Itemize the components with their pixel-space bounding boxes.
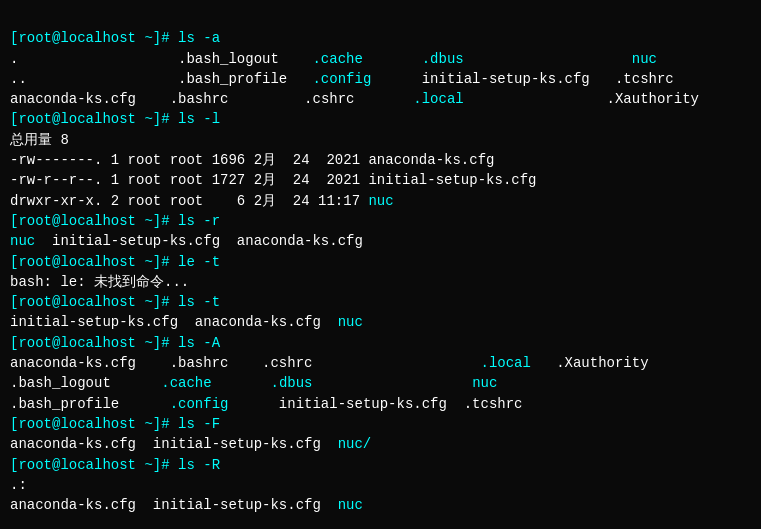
terminal-line: -rw-r--r--. 1 root root 1727 2月 24 2021 … bbox=[10, 170, 751, 190]
terminal-text bbox=[313, 375, 473, 391]
terminal-text: 总用量 8 bbox=[10, 132, 69, 148]
terminal-line: bash: le: 未找到命令... bbox=[10, 272, 751, 292]
terminal-line: .bash_profile .config initial-setup-ks.c… bbox=[10, 394, 751, 414]
terminal-text: bash: le: 未找到命令... bbox=[10, 274, 189, 290]
terminal-text: initial-setup-ks.cfg anaconda-ks.cfg bbox=[10, 314, 338, 330]
terminal-line: . .bash_logout .cache .dbus nuc bbox=[10, 49, 751, 69]
terminal-text bbox=[363, 51, 422, 67]
terminal-text bbox=[212, 375, 271, 391]
terminal-line: nuc initial-setup-ks.cfg anaconda-ks.cfg bbox=[10, 231, 751, 251]
terminal-text: .bashrc bbox=[170, 355, 229, 371]
terminal-text: initial-setup-ks.cfg bbox=[422, 71, 590, 87]
terminal-window: [root@localhost ~]# ls -a . .bash_logout… bbox=[10, 8, 751, 529]
terminal-text bbox=[464, 51, 632, 67]
terminal-text bbox=[279, 51, 313, 67]
terminal-text: .bashrc bbox=[170, 91, 229, 107]
terminal-text bbox=[355, 91, 414, 107]
terminal-line: anaconda-ks.cfg .bashrc .cshrc .local .X… bbox=[10, 89, 751, 109]
terminal-line bbox=[10, 515, 751, 529]
terminal-text: anaconda-ks.cfg initial-setup-ks.cfg bbox=[10, 436, 338, 452]
terminal-text bbox=[531, 355, 556, 371]
terminal-text: .cshrc bbox=[262, 355, 312, 371]
terminal-text: .: bbox=[10, 477, 27, 493]
terminal-text bbox=[312, 355, 480, 371]
terminal-line: [root@localhost ~]# ls -A bbox=[10, 333, 751, 353]
terminal-line: [root@localhost ~]# ls -t bbox=[10, 292, 751, 312]
terminal-text bbox=[371, 71, 421, 87]
terminal-text: [root@localhost ~]# ls -r bbox=[10, 213, 220, 229]
terminal-text: .bash_profile bbox=[178, 71, 287, 87]
terminal-line: [root@localhost ~]# ls -F bbox=[10, 414, 751, 434]
terminal-text: .config bbox=[312, 71, 371, 87]
terminal-text bbox=[228, 355, 262, 371]
terminal-text bbox=[111, 375, 161, 391]
terminal-text: [root@localhost ~]# ls -t bbox=[10, 294, 220, 310]
terminal-text: nuc bbox=[338, 497, 363, 513]
terminal-line: anaconda-ks.cfg .bashrc .cshrc .local .X… bbox=[10, 353, 751, 373]
terminal-line: [root@localhost ~]# le -t bbox=[10, 252, 751, 272]
terminal-line: anaconda-ks.cfg initial-setup-ks.cfg nuc… bbox=[10, 434, 751, 454]
terminal-text: .bash_logout bbox=[178, 51, 279, 67]
terminal-text: [root@localhost ~]# ls -l bbox=[10, 111, 220, 127]
terminal-text: -rw-------. 1 root root 1696 2月 24 2021 … bbox=[10, 152, 494, 168]
terminal-line: [root@localhost ~]# ls -r bbox=[10, 211, 751, 231]
terminal-text: drwxr-xr-x. 2 root root 6 2月 24 11:17 bbox=[10, 193, 368, 209]
terminal-text: .cache bbox=[312, 51, 362, 67]
terminal-text: .bash_logout bbox=[10, 375, 111, 391]
terminal-text bbox=[590, 71, 615, 87]
terminal-text: anaconda-ks.cfg bbox=[10, 355, 170, 371]
terminal-text: [root@localhost ~]# ls -a bbox=[10, 30, 220, 46]
terminal-text: .bash_profile bbox=[10, 396, 119, 412]
terminal-text: .Xauthority bbox=[556, 355, 648, 371]
terminal-text: nuc bbox=[368, 193, 393, 209]
terminal-text: initial-setup-ks.cfg anaconda-ks.cfg bbox=[35, 233, 363, 249]
terminal-line: [root@localhost ~]# ls -a bbox=[10, 28, 751, 48]
terminal-text: .cshrc bbox=[304, 91, 354, 107]
terminal-line: 总用量 8 bbox=[10, 130, 751, 150]
terminal-text: .config bbox=[170, 396, 229, 412]
terminal-text: [root@localhost ~]# ls -A bbox=[10, 335, 220, 351]
terminal-text: .local bbox=[481, 355, 531, 371]
terminal-text: .Xauthority bbox=[607, 91, 699, 107]
terminal-line: [root@localhost ~]# ls -R bbox=[10, 455, 751, 475]
terminal-line: initial-setup-ks.cfg anaconda-ks.cfg nuc bbox=[10, 312, 751, 332]
terminal-line: [root@localhost ~]# ls -l bbox=[10, 109, 751, 129]
terminal-text: anaconda-ks.cfg bbox=[10, 91, 170, 107]
terminal-line: -rw-------. 1 root root 1696 2月 24 2021 … bbox=[10, 150, 751, 170]
terminal-text bbox=[287, 71, 312, 87]
terminal-text: [root@localhost ~]# le -t bbox=[10, 254, 220, 270]
terminal-text: nuc bbox=[632, 51, 657, 67]
terminal-text bbox=[228, 91, 304, 107]
terminal-line: .: bbox=[10, 475, 751, 495]
terminal-line: anaconda-ks.cfg initial-setup-ks.cfg nuc bbox=[10, 495, 751, 515]
terminal-text: anaconda-ks.cfg initial-setup-ks.cfg bbox=[10, 497, 338, 513]
terminal-line: drwxr-xr-x. 2 root root 6 2月 24 11:17 nu… bbox=[10, 191, 751, 211]
terminal-line: .bash_logout .cache .dbus nuc bbox=[10, 373, 751, 393]
terminal-text: .local bbox=[413, 91, 463, 107]
terminal-text bbox=[119, 396, 169, 412]
terminal-text: .. bbox=[10, 71, 178, 87]
terminal-text: nuc/ bbox=[338, 436, 372, 452]
terminal-text: -rw-r--r--. 1 root root 1727 2月 24 2021 … bbox=[10, 172, 536, 188]
terminal-text: initial-setup-ks.cfg .tcshrc bbox=[228, 396, 522, 412]
terminal-text: nuc bbox=[472, 375, 497, 391]
terminal-text: [root@localhost ~]# ls -F bbox=[10, 416, 220, 432]
terminal-text: .tcshrc bbox=[615, 71, 674, 87]
terminal-text: nuc bbox=[10, 233, 35, 249]
terminal-text: .cache bbox=[161, 375, 211, 391]
terminal-text bbox=[464, 91, 607, 107]
terminal-text: nuc bbox=[338, 314, 363, 330]
terminal-text: .dbus bbox=[422, 51, 464, 67]
terminal-text: . bbox=[10, 51, 178, 67]
terminal-line: .. .bash_profile .config initial-setup-k… bbox=[10, 69, 751, 89]
terminal-text: .dbus bbox=[270, 375, 312, 391]
terminal-text: [root@localhost ~]# ls -R bbox=[10, 457, 220, 473]
